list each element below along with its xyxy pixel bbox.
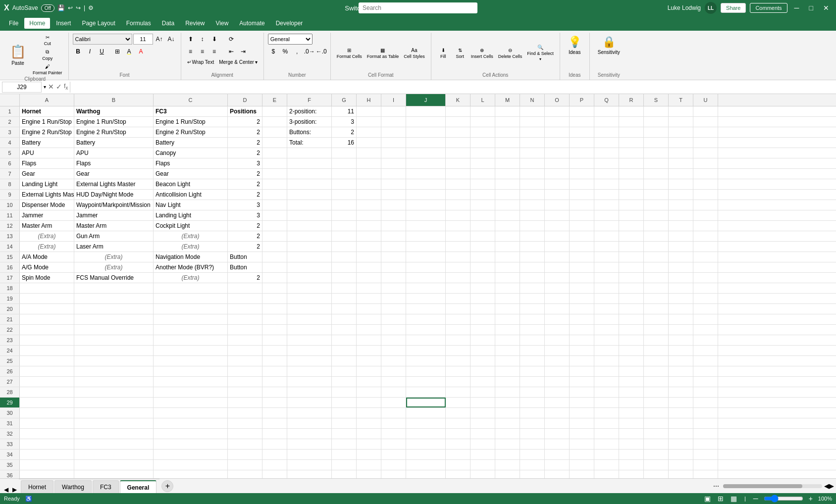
cell-C4[interactable]: Battery [154, 138, 228, 148]
cell-H14[interactable] [357, 242, 381, 252]
cell-K29[interactable] [446, 398, 470, 407]
cell-O31[interactable] [545, 418, 570, 428]
cell-P17[interactable] [570, 273, 594, 283]
cell-O34[interactable] [545, 450, 570, 459]
cell-M15[interactable] [495, 252, 520, 262]
cell-D18[interactable] [228, 283, 262, 293]
cell-O9[interactable] [545, 190, 570, 200]
cell-R28[interactable] [619, 387, 644, 397]
cell-A16[interactable]: A/G Mode [20, 262, 74, 272]
cell-G12[interactable] [332, 221, 357, 231]
row-number-19[interactable]: 19 [0, 294, 20, 303]
cell-C14[interactable]: (Extra) [154, 242, 228, 252]
cell-P18[interactable] [570, 283, 594, 293]
decrease-indent-button[interactable]: ⇤ [226, 46, 237, 57]
row-number-35[interactable]: 35 [0, 460, 20, 470]
cell-U29[interactable] [693, 398, 718, 407]
cell-K13[interactable] [446, 231, 470, 241]
cell-D28[interactable] [228, 387, 262, 397]
cell-K28[interactable] [446, 387, 470, 397]
cell-L23[interactable] [470, 335, 495, 345]
cell-M2[interactable] [495, 117, 520, 127]
cell-D26[interactable] [228, 366, 262, 376]
cell-D13[interactable]: 2 [228, 231, 262, 241]
cell-G5[interactable] [332, 148, 357, 158]
row-number-16[interactable]: 16 [0, 262, 20, 272]
cell-N29[interactable] [520, 398, 545, 407]
cell-S9[interactable] [644, 190, 669, 200]
row-number-3[interactable]: 3 [0, 127, 20, 137]
cell-F7[interactable] [287, 169, 332, 179]
cell-D11[interactable]: 3 [228, 210, 262, 220]
cell-T5[interactable] [669, 148, 693, 158]
cell-O26[interactable] [545, 366, 570, 376]
cell-U8[interactable] [693, 179, 718, 189]
cell-U23[interactable] [693, 335, 718, 345]
cell-R17[interactable] [619, 273, 644, 283]
cell-G1[interactable]: 11 [332, 106, 357, 116]
cell-R11[interactable] [619, 210, 644, 220]
cell-Q15[interactable] [594, 252, 619, 262]
cell-S16[interactable] [644, 262, 669, 272]
scroll-right-button[interactable]: ▶ [829, 482, 834, 490]
cell-K17[interactable] [446, 273, 470, 283]
cell-E5[interactable] [262, 148, 287, 158]
row-number-12[interactable]: 12 [0, 221, 20, 231]
cell-H10[interactable] [357, 200, 381, 210]
menu-file[interactable]: File [4, 18, 23, 29]
cancel-formula-icon[interactable]: ✕ [48, 83, 54, 91]
row-number-7[interactable]: 7 [0, 169, 20, 179]
cell-T34[interactable] [669, 450, 693, 459]
cell-P7[interactable] [570, 169, 594, 179]
cell-I8[interactable] [381, 179, 406, 189]
cell-D16[interactable]: Button [228, 262, 262, 272]
cell-G36[interactable] [332, 470, 357, 478]
cell-S3[interactable] [644, 127, 669, 137]
cell-O32[interactable] [545, 429, 570, 439]
cell-B9[interactable]: HUD Day/Night Mode [74, 190, 154, 200]
cell-I14[interactable] [381, 242, 406, 252]
cell-I20[interactable] [381, 304, 406, 314]
cell-reference-input[interactable] [2, 82, 42, 93]
menu-data[interactable]: Data [157, 18, 179, 29]
cell-D10[interactable]: 3 [228, 200, 262, 210]
zoom-out-button[interactable]: ─ [752, 495, 760, 503]
cell-H16[interactable] [357, 262, 381, 272]
cell-F34[interactable] [287, 450, 332, 459]
cell-N16[interactable] [520, 262, 545, 272]
accounting-button[interactable]: $ [268, 46, 279, 57]
cell-H3[interactable] [357, 127, 381, 137]
sheet-tab-general[interactable]: General [120, 480, 157, 493]
cell-A27[interactable] [20, 377, 74, 387]
cell-R12[interactable] [619, 221, 644, 231]
cell-B13[interactable]: Gun Arm [74, 231, 154, 241]
row-number-15[interactable]: 15 [0, 252, 20, 262]
cell-L4[interactable] [470, 138, 495, 148]
cell-B12[interactable]: Master Arm [74, 221, 154, 231]
row-number-10[interactable]: 10 [0, 200, 20, 210]
merge-center-button[interactable]: Merge & Center ▾ [217, 58, 260, 66]
cell-S21[interactable] [644, 314, 669, 324]
cell-G7[interactable] [332, 169, 357, 179]
cell-P27[interactable] [570, 377, 594, 387]
cell-C12[interactable]: Cockpit Light [154, 221, 228, 231]
align-bottom-button[interactable]: ⬇ [209, 34, 220, 45]
col-header-U[interactable]: U [693, 94, 718, 106]
cell-C29[interactable] [154, 398, 228, 407]
cell-N33[interactable] [520, 439, 545, 449]
cell-G11[interactable] [332, 210, 357, 220]
row-number-26[interactable]: 26 [0, 366, 20, 376]
cell-B23[interactable] [74, 335, 154, 345]
cell-C17[interactable]: (Extra) [154, 273, 228, 283]
cell-B7[interactable]: Gear [74, 169, 154, 179]
menu-page-layout[interactable]: Page Layout [77, 18, 120, 29]
row-number-23[interactable]: 23 [0, 335, 20, 345]
cell-O13[interactable] [545, 231, 570, 241]
cell-P24[interactable] [570, 346, 594, 355]
cell-L17[interactable] [470, 273, 495, 283]
confirm-formula-icon[interactable]: ✓ [56, 83, 62, 91]
cell-J25[interactable] [406, 356, 446, 366]
cell-P32[interactable] [570, 429, 594, 439]
cell-O36[interactable] [545, 470, 570, 478]
cell-I25[interactable] [381, 356, 406, 366]
